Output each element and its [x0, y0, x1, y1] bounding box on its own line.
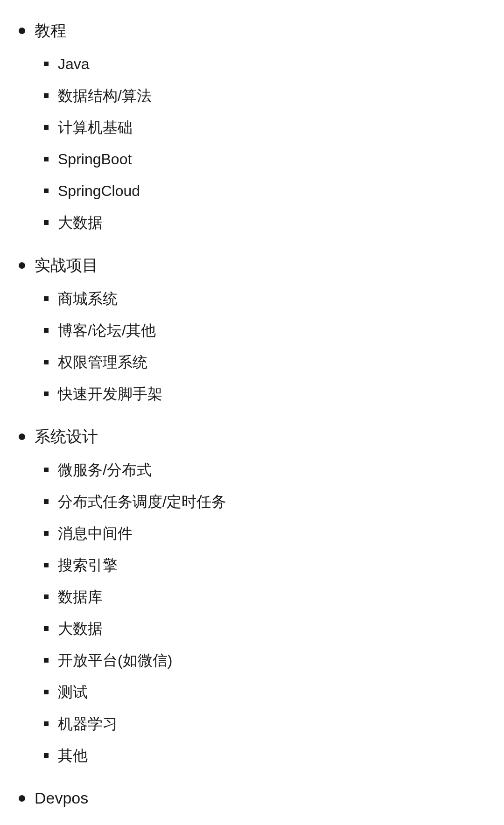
- item-text[interactable]: Java: [58, 53, 90, 75]
- list-item: 搜索引擎: [44, 549, 485, 581]
- list-item: 测试: [44, 676, 485, 708]
- inner-list-system-design: 微服务/分布式分布式任务调度/定时任务消息中间件搜索引擎数据库大数据开放平台(如…: [44, 454, 485, 771]
- item-text[interactable]: CI: [58, 820, 73, 825]
- list-item: 权限管理系统: [44, 346, 485, 378]
- inner-bullet: [44, 296, 49, 301]
- category-label-projects: 实战项目: [19, 253, 485, 277]
- category-text-tutorials[interactable]: 教程: [35, 19, 66, 42]
- list-item: 大数据: [44, 613, 485, 644]
- list-item: 开放平台(如微信): [44, 644, 485, 676]
- list-item: 分布式任务调度/定时任务: [44, 486, 485, 517]
- inner-bullet: [44, 220, 49, 225]
- category-bullet-devpos: [19, 795, 25, 802]
- inner-list-projects: 商城系统博客/论坛/其他权限管理系统快速开发脚手架: [44, 283, 485, 410]
- list-item: Java: [44, 48, 485, 80]
- inner-bullet: [44, 594, 49, 599]
- inner-bullet: [44, 563, 49, 567]
- item-text[interactable]: 机器学习: [58, 713, 118, 735]
- list-item: 其他: [44, 740, 485, 771]
- inner-list-tutorials: Java数据结构/算法计算机基础SpringBootSpringCloud大数据: [44, 48, 485, 238]
- list-item: 数据结构/算法: [44, 80, 485, 112]
- item-text[interactable]: 微服务/分布式: [58, 459, 152, 481]
- item-text[interactable]: 大数据: [58, 211, 103, 234]
- main-list: 教程Java数据结构/算法计算机基础SpringBootSpringCloud大…: [19, 19, 485, 825]
- item-text[interactable]: 搜索引擎: [58, 554, 118, 576]
- category-item-system-design: 系统设计微服务/分布式分布式任务调度/定时任务消息中间件搜索引擎数据库大数据开放…: [19, 425, 485, 771]
- category-item-projects: 实战项目商城系统博客/论坛/其他权限管理系统快速开发脚手架: [19, 253, 485, 410]
- list-item: 数据库: [44, 581, 485, 613]
- list-item: CI: [44, 816, 485, 825]
- list-item: 快速开发脚手架: [44, 378, 485, 410]
- list-item: 微服务/分布式: [44, 454, 485, 486]
- category-label-system-design: 系统设计: [19, 425, 485, 448]
- category-item-devpos: DevposCI: [19, 786, 485, 825]
- inner-bullet: [44, 468, 49, 472]
- list-item: 大数据: [44, 207, 485, 238]
- item-text[interactable]: 分布式任务调度/定时任务: [58, 490, 226, 513]
- inner-bullet: [44, 360, 49, 364]
- item-text[interactable]: 博客/论坛/其他: [58, 319, 156, 342]
- inner-bullet: [44, 499, 49, 504]
- item-text[interactable]: 数据库: [58, 586, 103, 608]
- item-text[interactable]: 计算机基础: [58, 116, 133, 139]
- inner-list-devpos: CI: [44, 816, 485, 825]
- category-item-tutorials: 教程Java数据结构/算法计算机基础SpringBootSpringCloud大…: [19, 19, 485, 238]
- inner-bullet: [44, 125, 49, 130]
- list-item: 消息中间件: [44, 517, 485, 549]
- category-bullet-tutorials: [19, 28, 25, 34]
- list-item: 计算机基础: [44, 112, 485, 143]
- inner-bullet: [44, 189, 49, 193]
- inner-bullet: [44, 531, 49, 536]
- item-text[interactable]: 消息中间件: [58, 522, 133, 545]
- inner-bullet: [44, 328, 49, 333]
- inner-bullet: [44, 690, 49, 694]
- inner-bullet: [44, 392, 49, 396]
- inner-bullet: [44, 721, 49, 726]
- inner-bullet: [44, 626, 49, 631]
- inner-bullet: [44, 658, 49, 663]
- item-text[interactable]: 测试: [58, 681, 88, 703]
- inner-bullet: [44, 157, 49, 161]
- item-text[interactable]: 大数据: [58, 617, 103, 640]
- category-bullet-projects: [19, 262, 25, 269]
- category-text-projects[interactable]: 实战项目: [35, 253, 98, 277]
- item-text[interactable]: 快速开发脚手架: [58, 383, 162, 405]
- list-item: SpringBoot: [44, 143, 485, 175]
- category-label-devpos: Devpos: [19, 786, 485, 810]
- item-text[interactable]: 权限管理系统: [58, 351, 147, 373]
- list-item: SpringCloud: [44, 175, 485, 207]
- list-item: 商城系统: [44, 283, 485, 315]
- item-text[interactable]: SpringBoot: [58, 148, 132, 170]
- item-text[interactable]: 商城系统: [58, 287, 118, 310]
- item-text[interactable]: 开放平台(如微信): [58, 649, 172, 671]
- inner-bullet: [44, 62, 49, 66]
- inner-bullet: [44, 753, 49, 758]
- category-label-tutorials: 教程: [19, 19, 485, 42]
- list-item: 博客/论坛/其他: [44, 315, 485, 346]
- item-text[interactable]: SpringCloud: [58, 180, 140, 202]
- category-text-system-design[interactable]: 系统设计: [35, 425, 98, 448]
- item-text[interactable]: 其他: [58, 744, 88, 767]
- list-item: 机器学习: [44, 708, 485, 740]
- category-bullet-system-design: [19, 433, 25, 440]
- item-text[interactable]: 数据结构/算法: [58, 84, 152, 107]
- category-text-devpos[interactable]: Devpos: [35, 786, 88, 810]
- inner-bullet: [44, 93, 49, 98]
